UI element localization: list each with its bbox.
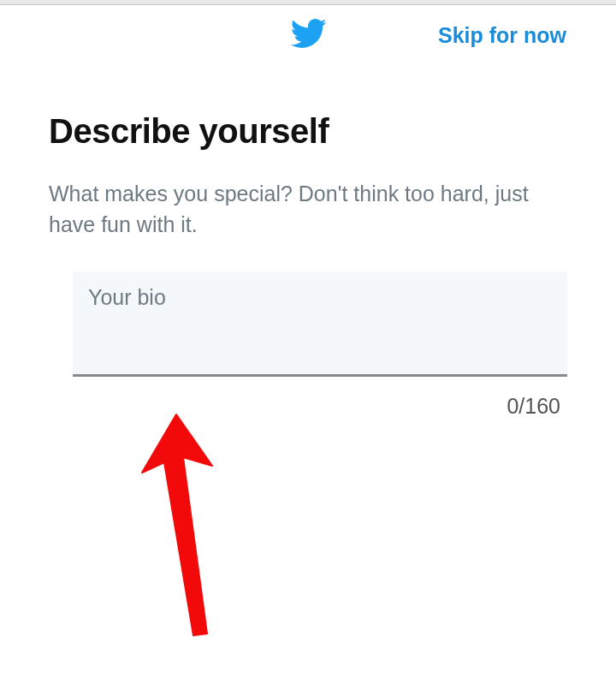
skip-button[interactable]: Skip for now bbox=[438, 23, 566, 48]
header: Skip for now bbox=[0, 5, 616, 65]
page-subtitle: What makes you special? Don't think too … bbox=[49, 178, 567, 241]
char-counter: 0/160 bbox=[49, 394, 567, 419]
main-content: Describe yourself What makes you special… bbox=[0, 65, 616, 419]
bio-input[interactable] bbox=[88, 285, 552, 311]
twitter-bird-icon bbox=[289, 15, 327, 56]
arrow-up-icon bbox=[127, 411, 229, 646]
page-title: Describe yourself bbox=[49, 112, 567, 151]
bio-input-container bbox=[73, 271, 567, 377]
